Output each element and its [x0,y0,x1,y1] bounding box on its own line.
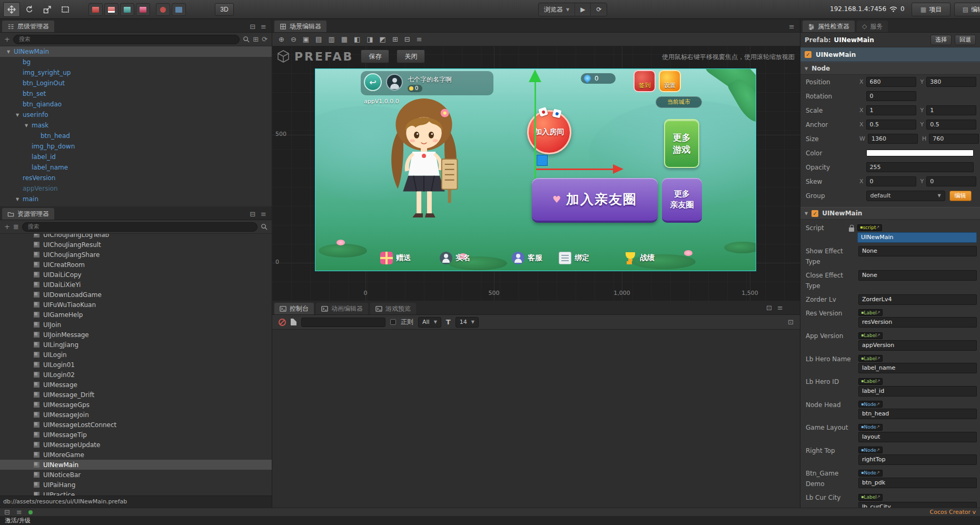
bind-button[interactable]: 绑定 [559,249,589,267]
hierarchy-node[interactable]: appVersion [0,183,272,194]
asset-item[interactable]: UILingJiang [0,340,272,350]
hierarchy-node[interactable]: btn_set [0,88,272,99]
property-value-field[interactable]: lb_curCity [858,502,977,508]
asset-item[interactable]: UIMessageGps [0,400,272,410]
hierarchy-node[interactable]: ▼ main [0,194,272,204]
plugin-icon-4[interactable] [136,3,150,16]
plugin-icon-3[interactable] [120,3,134,16]
asset-item[interactable]: UILogin01 [0,360,272,370]
save-prefab-button[interactable]: 保存 [361,49,389,63]
zoom-in-icon[interactable]: ⊕ [279,36,284,43]
skew-x-field[interactable]: 0 [866,176,916,186]
signin-button[interactable]: 签到 [633,70,656,92]
rotate-tool-icon[interactable] [21,2,38,17]
gizmo-x-axis[interactable] [536,169,613,170]
align-right-icon[interactable]: ◩ [380,36,386,43]
join-room-button[interactable]: 加入房间 [527,110,571,154]
hierarchy-node[interactable]: img_hp_down [0,141,272,152]
property-value-field[interactable]: btn_pdk [858,478,977,488]
expand-arrow-icon[interactable]: ▼ [23,123,29,128]
node-section-header[interactable]: ▼ Node [800,62,980,75]
hierarchy-node[interactable]: ▼ mask [0,120,272,131]
revert-prefab-button[interactable]: 回退 [955,35,976,45]
back-button[interactable]: ↩ [364,73,382,91]
scale-x-field[interactable]: 1 [866,105,916,115]
pin-console-icon[interactable]: ⊡ [788,319,794,325]
gift-button[interactable]: 赠送 [380,249,411,267]
align-center-icon[interactable]: ◨ [367,36,373,43]
close-prefab-button[interactable]: 关闭 [397,49,425,63]
records-button[interactable]: 战绩 [624,249,655,267]
asset-item[interactable]: UICreatRoom [0,260,272,270]
component-section-header[interactable]: ▼ ✓ UINewMain [800,207,980,220]
position-x-field[interactable]: 680 [866,77,916,87]
asset-item[interactable]: UIMessageUpdate [0,440,272,450]
detach-icon[interactable]: ⊡ [766,304,772,311]
zoom-reset-icon[interactable]: ▣ [303,36,309,43]
panel-menu-icon[interactable]: ≡ [789,23,795,30]
asset-item[interactable]: UIJoin [0,320,272,330]
gizmo-y-arrow[interactable] [529,70,541,82]
tab-hierarchy[interactable]: 层级管理器 [2,21,54,32]
current-city-button[interactable]: 当前城市 [656,96,702,108]
scene-canvas[interactable]: 500 0 0 500 1,000 1,500 PREFAB 保存 关闭 使用鼠… [272,46,800,301]
tab-services[interactable]: ◇ 服务 [857,21,888,32]
log-file-icon[interactable] [291,319,296,325]
game-root-node[interactable]: ↩ 七个字的名字啊 0 appV1.0.0.0 0 签到 设置 当前城市 [315,68,756,271]
asset-item[interactable]: UIChouJiangResult [0,240,272,250]
gizmo-x-arrow[interactable] [613,164,623,174]
property-value-field[interactable]: resVersion [858,317,977,328]
gizmo-y-axis[interactable] [534,82,536,179]
asset-item[interactable]: UINoticeBar [0,470,272,480]
more-clubs-button[interactable]: 更多 亲友圈 [662,178,702,223]
asset-item[interactable]: UINewMain [0,460,272,470]
plugin-icon-5[interactable] [156,3,170,16]
search-icon[interactable] [261,223,268,230]
refresh-preview-button[interactable]: ⟳ [591,3,607,16]
asset-item[interactable]: UIChouJiangLogTelab [0,234,272,240]
layout-options-icon[interactable]: ≡ [417,36,422,43]
hierarchy-node[interactable]: img_syright_up [0,67,272,78]
asset-item[interactable]: UIMessageTip [0,430,272,440]
plugin-icon-1[interactable] [88,3,103,16]
component-enabled-checkbox[interactable]: ✓ [811,210,818,217]
property-value-field[interactable]: appVersion [858,340,977,351]
gizmo-xy-handle[interactable] [537,155,548,166]
hierarchy-node[interactable]: resVersion [0,173,272,183]
asset-item[interactable]: UILogin02 [0,370,272,380]
add-asset-icon[interactable]: + [4,223,10,230]
more-games-button[interactable]: 更多 游戏 [664,119,699,168]
hierarchy-node[interactable]: ▼ UINewMain [0,46,272,57]
console-toggle-icon[interactable]: ⊟ [4,509,10,516]
hierarchy-node[interactable]: bg [0,57,272,67]
regex-checkbox[interactable] [390,319,396,325]
opacity-field[interactable]: 255 [866,162,974,172]
property-value-field[interactable]: ZorderLv4 [858,294,977,305]
zoom-out-icon[interactable]: ⊖ [291,36,296,43]
assets-search-input[interactable] [22,222,258,232]
clear-console-icon[interactable] [279,319,286,326]
realname-button[interactable]: 实名 [440,249,470,267]
position-y-field[interactable]: 380 [926,77,976,87]
property-value-field[interactable]: None [858,246,977,256]
hierarchy-node[interactable]: btn_LoginOut [0,78,272,88]
property-value-field[interactable]: btn_head [858,409,977,419]
tab-scene-editor[interactable]: 场景编辑器 [274,21,326,32]
property-value-field[interactable]: None [858,270,977,281]
size-h-field[interactable]: 760 [929,134,979,144]
console-output[interactable] [272,330,800,508]
tab-animation-editor[interactable]: 动画编辑器 [316,303,368,314]
group-select[interactable]: default ▼ [866,191,945,201]
collapse-arrow-icon[interactable]: ▼ [805,211,808,216]
open-editor-button[interactable]: ▤ 编辑器 [954,3,980,16]
panel-menu-icon[interactable]: ≡ [261,211,266,217]
property-value-field[interactable]: layout [858,432,977,442]
panel-menu-icon[interactable]: ≡ [261,23,266,30]
asset-item[interactable]: UIGameHelp [0,310,272,320]
distribute-horizontal-icon[interactable]: ⊞ [392,36,398,43]
refresh-icon[interactable]: ⟳ [262,36,268,43]
scale-y-field[interactable]: 1 [926,105,976,115]
select-prefab-button[interactable]: 选择 [930,35,952,45]
asset-item[interactable]: UIMoreGame [0,450,272,460]
hierarchy-node[interactable]: label_name [0,162,272,173]
